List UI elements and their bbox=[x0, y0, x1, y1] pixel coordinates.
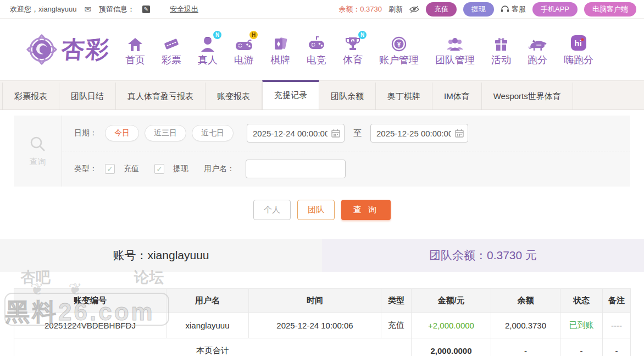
rhino-icon bbox=[528, 33, 547, 52]
col-balance: 余额 bbox=[491, 289, 560, 313]
nav-item-promotions[interactable]: 活动 bbox=[491, 33, 511, 67]
nav-item-egames[interactable]: H 电游 bbox=[234, 33, 254, 67]
customer-service-label: 客服 bbox=[512, 4, 526, 14]
cell-change-id: 20251224VBDEBHBFDJ bbox=[14, 313, 166, 338]
hot-badge: H bbox=[249, 31, 258, 39]
team-button[interactable]: 团队 bbox=[297, 200, 335, 220]
col-status: 状态 bbox=[560, 289, 603, 313]
nav-item-lottery[interactable]: 彩票 bbox=[162, 33, 181, 67]
cell-username: xianglayuuu bbox=[166, 313, 249, 338]
tab-team-balance[interactable]: 团队余额 bbox=[319, 83, 376, 109]
col-amount: 金额/元 bbox=[412, 289, 491, 313]
withdraw-checkbox[interactable]: ✓ bbox=[154, 164, 164, 174]
nav-item-home[interactable]: 首页 bbox=[125, 33, 145, 67]
type-filter-row: 类型： ✓ 充值 ✓ 提现 用户名： bbox=[62, 151, 630, 187]
records-table-wrap: 账变编号 用户名 时间 类型 金额/元 余额 状态 备注 20251224VBD… bbox=[14, 288, 630, 356]
page: 欢迎您，xianglayuuu ✉ 预留信息： ✎ 安全退出 余额：0.3730… bbox=[0, 0, 644, 356]
col-type: 类型 bbox=[381, 289, 412, 313]
query-button[interactable]: 查 询 bbox=[341, 200, 391, 220]
edit-pencil-icon[interactable]: ✎ bbox=[142, 6, 150, 13]
home-icon bbox=[125, 33, 145, 52]
nav-item-paofen[interactable]: 跑分 bbox=[528, 33, 547, 67]
tab-lottery-report[interactable]: 彩票报表 bbox=[2, 83, 59, 109]
summary-balance: - bbox=[491, 338, 560, 356]
recharge-checkbox[interactable]: ✓ bbox=[105, 164, 115, 174]
gamepad-icon: H bbox=[234, 33, 254, 52]
ticket-icon bbox=[162, 33, 181, 52]
main-header: 杏彩 首页 彩票 N 真人 bbox=[0, 19, 644, 80]
cell-type: 充值 bbox=[381, 313, 412, 338]
gift-icon bbox=[491, 33, 511, 52]
date-to-input[interactable] bbox=[370, 124, 468, 143]
tab-live-sports-pl[interactable]: 真人体育盈亏报表 bbox=[116, 83, 206, 109]
mail-icon[interactable]: ✉ bbox=[84, 4, 91, 14]
range-3days-button[interactable]: 近三日 bbox=[145, 125, 186, 141]
esports-gamepad-icon bbox=[307, 33, 326, 52]
calendar-icon[interactable] bbox=[331, 129, 340, 138]
col-username: 用户名 bbox=[166, 289, 249, 313]
summary-label: 本页合计 bbox=[14, 338, 412, 356]
logo-text: 杏彩 bbox=[60, 34, 111, 65]
logo-flower-icon bbox=[25, 33, 58, 66]
filter-panel: 查询 日期： 今日 近三日 近七日 至 类型： ✓ bbox=[14, 116, 630, 187]
tab-wesports[interactable]: Wesports世界体育 bbox=[482, 83, 573, 109]
new-badge: N bbox=[358, 31, 367, 39]
cell-remark: ---- bbox=[603, 313, 631, 338]
cell-amount: +2,000.0000 bbox=[412, 313, 491, 338]
col-time: 时间 bbox=[249, 289, 381, 313]
new-badge: N bbox=[213, 31, 221, 39]
pc-client-button[interactable]: 电脑客户端 bbox=[584, 2, 636, 17]
summary-amount: 2,000.0000 bbox=[412, 338, 491, 356]
recharge-button[interactable]: 充值 bbox=[426, 2, 457, 17]
withdraw-button[interactable]: 提现 bbox=[463, 2, 494, 17]
refresh-button[interactable]: 刷新 bbox=[388, 4, 403, 14]
nav-item-live[interactable]: N 真人 bbox=[198, 33, 218, 67]
date-from-wrap bbox=[247, 124, 345, 143]
range-7days-button[interactable]: 近七日 bbox=[192, 125, 234, 141]
balance-value: 0.3730 bbox=[360, 5, 382, 13]
tab-odin-boardgames[interactable]: 奥丁棋牌 bbox=[376, 83, 432, 109]
logout-link[interactable]: 安全退出 bbox=[170, 4, 198, 14]
date-label: 日期： bbox=[74, 128, 97, 138]
nav-item-hi-paofen[interactable]: hi 嗨跑分 bbox=[564, 33, 593, 67]
summary-row: 本页合计 2,000.0000 - - - bbox=[14, 338, 631, 356]
reserved-info-label: 预留信息： bbox=[99, 4, 135, 14]
welcome-text: 欢迎您，xianglayuuu bbox=[10, 4, 76, 14]
headphones-icon bbox=[501, 5, 509, 13]
tab-im-sports[interactable]: IM体育 bbox=[432, 83, 482, 109]
account-summary-bar: 账号：xianglayuuu 团队余额：0.3730 元 bbox=[0, 239, 644, 272]
live-person-icon: N bbox=[198, 33, 218, 52]
date-from-input[interactable] bbox=[247, 124, 345, 143]
filter-side-label: 查询 bbox=[30, 157, 46, 167]
tab-team-daily[interactable]: 团队日结 bbox=[59, 83, 116, 109]
account-name: 账号：xianglayuuu bbox=[0, 239, 322, 272]
nav-item-boardgames[interactable]: 棋牌 bbox=[270, 33, 290, 67]
team-balance: 团队余额：0.3730 元 bbox=[322, 239, 644, 272]
col-change-id: 账变编号 bbox=[14, 289, 166, 313]
svg-text:hi: hi bbox=[574, 39, 581, 48]
cell-balance: 2,000.3730 bbox=[491, 313, 560, 338]
team-icon bbox=[445, 33, 465, 52]
hi-app-icon: hi bbox=[569, 33, 589, 52]
personal-button[interactable]: 个人 bbox=[253, 200, 291, 220]
username-input[interactable] bbox=[246, 160, 346, 178]
username-label: 用户名： bbox=[204, 164, 235, 174]
nav-item-sports[interactable]: N 体育 bbox=[343, 33, 363, 67]
filter-side: 查询 bbox=[14, 116, 62, 187]
nav-item-account[interactable]: ¥ 账户管理 bbox=[379, 33, 419, 67]
site-logo[interactable]: 杏彩 bbox=[25, 33, 110, 66]
mobile-app-button[interactable]: 手机APP bbox=[532, 2, 578, 17]
tab-deposit-withdraw-records[interactable]: 充提记录 bbox=[262, 80, 319, 109]
cards-icon bbox=[270, 33, 290, 52]
recharge-checkbox-label: 充值 bbox=[124, 164, 139, 174]
nav-item-esports[interactable]: 电竞 bbox=[307, 33, 326, 67]
customer-service-button[interactable]: 客服 bbox=[501, 4, 526, 14]
report-tabs: 彩票报表 团队日结 真人体育盈亏报表 账变报表 充提记录 团队余额 奥丁棋牌 I… bbox=[0, 80, 644, 110]
calendar-icon[interactable] bbox=[455, 129, 464, 138]
eye-slash-icon[interactable] bbox=[409, 6, 419, 13]
tab-account-change[interactable]: 账变报表 bbox=[206, 83, 262, 109]
cell-status: 已到账 bbox=[560, 313, 603, 338]
nav-item-team[interactable]: 团队管理 bbox=[435, 33, 475, 67]
search-icon bbox=[29, 135, 47, 154]
range-today-button[interactable]: 今日 bbox=[105, 125, 139, 141]
